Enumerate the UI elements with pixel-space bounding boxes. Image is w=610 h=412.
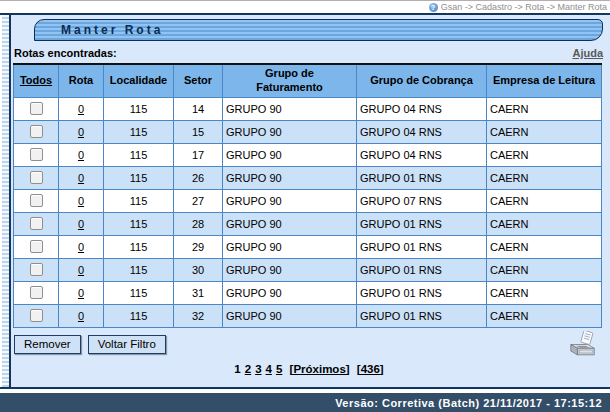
results-row: Rotas encontradas: Ajuda [14,47,603,59]
remover-button[interactable]: Remover [14,335,81,354]
ajuda-link[interactable]: Ajuda [572,47,603,59]
row-select-checkbox[interactable] [30,240,43,253]
table-row: 011515GRUPO 90GRUPO 04 RNSCAERN [14,120,602,143]
empresa-leitura-cell: CAERN [487,166,602,189]
current-page: 1 [234,363,240,375]
row-select-checkbox[interactable] [30,286,43,299]
page-link[interactable]: 4 [266,363,272,375]
grupo-faturamento-cell: GRUPO 90 [223,97,357,120]
grupo-faturamento-cell: GRUPO 90 [223,143,357,166]
table-row: 011528GRUPO 90GRUPO 01 RNSCAERN [14,212,602,235]
grupo-faturamento-cell: GRUPO 90 [223,120,357,143]
localidade-cell: 115 [104,120,174,143]
header-empresa-leitura: Empresa de Leitura [487,64,602,97]
localidade-cell: 115 [104,258,174,281]
rota-cell: 0 [59,212,104,235]
grupo-cobranca-cell: GRUPO 01 RNS [357,212,487,235]
rota-link[interactable]: 0 [78,310,84,322]
table-row: 011514GRUPO 90GRUPO 04 RNSCAERN [14,97,602,120]
grupo-cobranca-cell: GRUPO 01 RNS [357,304,487,327]
content-area: Manter Rota Rotas encontradas: Ajuda Tod… [11,15,610,387]
localidade-cell: 115 [104,189,174,212]
grupo-cobranca-cell: GRUPO 04 RNS [357,97,487,120]
checkbox-cell [14,189,59,212]
pagination: 12345 [Próximos] [436] [12,363,606,375]
row-select-checkbox[interactable] [30,148,43,161]
rota-link[interactable]: 0 [78,103,84,115]
table-row: 011527GRUPO 90GRUPO 07 RNSCAERN [14,189,602,212]
table-body: 011514GRUPO 90GRUPO 04 RNSCAERN011515GRU… [14,97,602,327]
next-pages-link[interactable]: [Próximos] [290,363,350,375]
grupo-cobranca-cell: GRUPO 01 RNS [357,166,487,189]
row-select-checkbox[interactable] [30,102,43,115]
empresa-leitura-cell: CAERN [487,235,602,258]
printer-icon[interactable] [568,331,598,362]
breadcrumb: ? Gsan -> Cadastro -> Rota -> Manter Rot… [0,1,610,13]
rota-cell: 0 [59,258,104,281]
localidade-cell: 115 [104,235,174,258]
empresa-leitura-cell: CAERN [487,143,602,166]
empresa-leitura-cell: CAERN [487,212,602,235]
header-todos: Todos [14,64,59,97]
checkbox-cell [14,97,59,120]
grupo-faturamento-cell: GRUPO 90 [223,304,357,327]
rota-cell: 0 [59,97,104,120]
table-row: 011531GRUPO 90GRUPO 01 RNSCAERN [14,281,602,304]
row-select-checkbox[interactable] [30,309,43,322]
rota-link[interactable]: 0 [78,195,84,207]
page-link[interactable]: 3 [255,363,261,375]
page-link[interactable]: 5 [276,363,282,375]
checkbox-cell [14,281,59,304]
row-select-checkbox[interactable] [30,217,43,230]
localidade-cell: 115 [104,97,174,120]
rota-link[interactable]: 0 [78,149,84,161]
left-striped-gutter [2,15,11,387]
row-select-checkbox[interactable] [30,263,43,276]
last-page-link[interactable]: [436] [357,363,384,375]
rota-cell: 0 [59,166,104,189]
rota-cell: 0 [59,189,104,212]
setor-cell: 28 [174,212,223,235]
grupo-cobranca-cell: GRUPO 04 RNS [357,143,487,166]
rota-link[interactable]: 0 [78,241,84,253]
page-link[interactable]: 2 [245,363,251,375]
grupo-faturamento-cell: GRUPO 90 [223,166,357,189]
grupo-cobranca-cell: GRUPO 01 RNS [357,258,487,281]
empresa-leitura-cell: CAERN [487,304,602,327]
help-icon[interactable]: ? [429,3,438,12]
setor-cell: 17 [174,143,223,166]
table-row: 011532GRUPO 90GRUPO 01 RNSCAERN [14,304,602,327]
voltar-filtro-button[interactable]: Voltar Filtro [88,335,166,354]
grupo-cobranca-cell: GRUPO 04 RNS [357,120,487,143]
row-select-checkbox[interactable] [30,171,43,184]
rota-link[interactable]: 0 [78,218,84,230]
rota-link[interactable]: 0 [78,126,84,138]
rota-link[interactable]: 0 [78,287,84,299]
page-title: Manter Rota [34,19,603,41]
row-select-checkbox[interactable] [30,194,43,207]
header-grupo-cobranca: Grupo de Cobrança [357,64,487,97]
setor-cell: 14 [174,97,223,120]
rota-link[interactable]: 0 [78,264,84,276]
checkbox-cell [14,212,59,235]
grupo-cobranca-cell: GRUPO 07 RNS [357,189,487,212]
todos-link[interactable]: Todos [20,74,52,86]
page-frame: Manter Rota Rotas encontradas: Ajuda Tod… [0,15,610,389]
localidade-cell: 115 [104,281,174,304]
rota-cell: 0 [59,281,104,304]
grupo-faturamento-cell: GRUPO 90 [223,281,357,304]
row-select-checkbox[interactable] [30,125,43,138]
rota-link[interactable]: 0 [78,172,84,184]
grupo-faturamento-cell: GRUPO 90 [223,189,357,212]
version-text: Versão: Corretiva (Batch) 21/11/2017 - 1… [335,397,602,409]
table-row: 011517GRUPO 90GRUPO 04 RNSCAERN [14,143,602,166]
grupo-faturamento-cell: GRUPO 90 [223,235,357,258]
table-header: Todos Rota Localidade Setor Grupo de Fat… [14,64,602,97]
results-label: Rotas encontradas: [14,47,117,59]
checkbox-cell [14,235,59,258]
localidade-cell: 115 [104,166,174,189]
grupo-cobranca-cell: GRUPO 01 RNS [357,235,487,258]
localidade-cell: 115 [104,212,174,235]
empresa-leitura-cell: CAERN [487,120,602,143]
checkbox-cell [14,304,59,327]
